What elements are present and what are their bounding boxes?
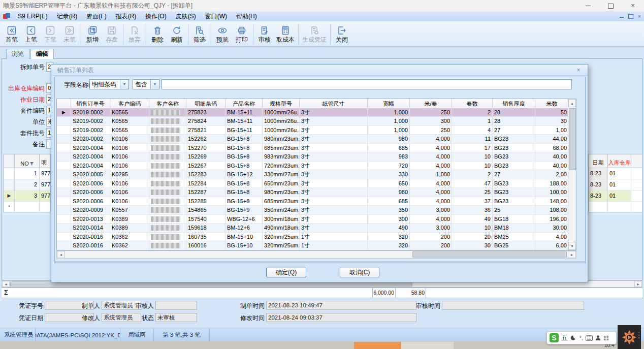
row-selector[interactable] <box>57 188 71 197</box>
filter-field-select[interactable]: 明细条码 ▼ <box>89 79 129 89</box>
mdi-minimize-button[interactable] <box>620 17 624 18</box>
ime-mode[interactable]: 五 <box>561 333 568 342</box>
mdi-close-button[interactable]: × <box>638 13 641 19</box>
menu-item-6[interactable]: 窗口(W) <box>201 11 232 21</box>
column-header-1[interactable]: 客户编码 <box>110 99 149 109</box>
table-row[interactable]: S2020-0006K0106152287BG-15+8980mm/23um..… <box>57 188 576 197</box>
menu-item-7[interactable]: 帮助(H) <box>232 11 262 21</box>
row-selector[interactable] <box>57 224 71 233</box>
table-row[interactable]: S2020-0004K0106152270BG-15+8685mm/23um..… <box>57 144 576 153</box>
column-header-7[interactable]: 宽幅 <box>368 99 410 109</box>
tray-app[interactable] <box>618 325 641 349</box>
row-selector[interactable] <box>57 179 71 188</box>
row-selector[interactable] <box>57 215 71 224</box>
toolbar-button-refresh[interactable]: 刷新 <box>167 24 186 43</box>
toolbar-button-audit[interactable]: 审核 <box>255 24 274 43</box>
mdi-restore-button[interactable] <box>628 14 633 19</box>
menu-item-1[interactable]: 记录(R) <box>52 11 82 21</box>
minimize-button[interactable] <box>577 0 599 11</box>
column-header-8[interactable]: 米/卷 <box>410 99 452 109</box>
dialog-horizontal-scrollbar[interactable]: ◄ ► <box>56 250 576 259</box>
table-row[interactable]: S2019-0002K0565275821BG-15+111000mm/26u.… <box>57 126 576 135</box>
column-header-6[interactable]: 纸管尺寸 <box>300 99 368 109</box>
row-selector[interactable] <box>4 179 15 191</box>
toolbar-button-print[interactable]: 打印 <box>232 24 251 43</box>
table-row[interactable]: S2020-0006K0106152285BG-15+8685mm/23um..… <box>57 197 576 206</box>
sales-order-grid[interactable]: 销售订单号客户编码客户名称明细条码产品名称规格型号纸管尺寸宽幅米/卷卷数销售厚度… <box>56 99 576 250</box>
cancel-button[interactable]: 取消(C) <box>340 268 379 277</box>
filter-operator-select[interactable]: 包含 ▼ <box>133 79 159 89</box>
menu-item-0[interactable]: S9 ERP(E) <box>13 11 52 21</box>
footer-field[interactable]: 未审核 <box>155 313 197 322</box>
toolbar-button-add[interactable]: 新增 <box>83 24 102 43</box>
scrollbar-thumb[interactable] <box>412 251 567 258</box>
row-selector[interactable] <box>57 206 71 215</box>
tab-browse[interactable]: 浏览 <box>6 49 29 59</box>
punctuation-toggle[interactable]: °, <box>579 335 583 341</box>
scroll-up-icon[interactable]: ▲ <box>568 99 576 107</box>
close-button[interactable]: × <box>622 0 644 11</box>
moon-icon[interactable] <box>570 335 577 341</box>
scrollbar-thumb[interactable] <box>569 108 576 170</box>
row-selector[interactable] <box>57 197 71 206</box>
scroll-right-icon[interactable]: ► <box>634 281 642 287</box>
table-row[interactable]: S2020-0016K0362160735BM-15+10320mm/25um.… <box>57 233 576 242</box>
row-selector[interactable]: ▶ <box>4 191 15 202</box>
toolbar-button-first-record[interactable]: 首笔 <box>2 24 21 43</box>
column-header-9[interactable]: 卷数 <box>452 99 493 109</box>
ime-toolbar[interactable]: S 五 °, <box>546 331 617 344</box>
scroll-right-icon[interactable]: ► <box>568 251 576 258</box>
column-header-2[interactable]: 客户名称 <box>149 99 186 109</box>
scroll-left-icon[interactable]: ◄ <box>2 281 10 287</box>
column-header-5[interactable]: 规格型号 <box>263 99 300 109</box>
toolbar-button-close[interactable]: 关闭 <box>332 24 351 43</box>
keyboard-icon[interactable] <box>586 335 593 341</box>
scroll-down-icon[interactable]: ▼ <box>568 242 576 250</box>
row-selector[interactable] <box>57 126 71 135</box>
filter-value-input[interactable] <box>162 79 572 89</box>
toolbar-button-cost[interactable]: 取成本 <box>274 24 297 43</box>
toolbox-grid-icon[interactable] <box>603 335 609 341</box>
footer-field[interactable]: 2021-08-24 09:03:37 <box>266 313 416 322</box>
row-selector[interactable] <box>57 241 71 250</box>
row-selector[interactable] <box>57 170 71 179</box>
table-row[interactable]: S2020-0009K0557154865BG-15+9350mm/24um..… <box>57 206 576 215</box>
column-header-10[interactable]: 销售厚度 <box>493 99 535 109</box>
tab-edit[interactable]: 编辑 <box>30 49 54 59</box>
table-row[interactable]: S2019-0002K0565275824BM-15+111000mm/26u.… <box>57 117 576 126</box>
menu-item-3[interactable]: 报表(R) <box>111 11 141 21</box>
menu-item-4[interactable]: 操作(O) <box>141 11 171 21</box>
sogou-logo-icon[interactable]: S <box>550 333 559 342</box>
dialog-titlebar[interactable]: 销售订单列表 × <box>51 65 588 76</box>
table-row[interactable]: S2020-0016K0362160016BG-15+10320mm/25um.… <box>57 241 576 250</box>
table-row[interactable]: S2020-0004K0106152269BG-15+8983mm/23um..… <box>57 152 576 162</box>
row-selector[interactable]: ▶ <box>57 108 71 117</box>
row-selector[interactable] <box>57 152 71 162</box>
footer-field[interactable] <box>155 301 197 310</box>
table-row[interactable]: S2020-0014K0389159618BM-12+6490mm/18um..… <box>57 224 576 233</box>
row-selector[interactable] <box>57 162 71 171</box>
chevron-down-icon[interactable]: ▼ <box>120 80 128 89</box>
column-header-11[interactable]: 米数 <box>535 99 569 109</box>
table-row[interactable]: ▶S2019-0002K0565275823BM-15+111000mm/26u… <box>57 108 576 117</box>
ok-button[interactable]: 确定(Q) <box>266 268 306 277</box>
chevron-down-icon[interactable]: ▼ <box>150 80 159 89</box>
dialog-close-icon[interactable]: × <box>573 65 584 76</box>
menu-item-2[interactable]: 界面(F) <box>82 11 111 21</box>
column-header-0[interactable]: 销售订单号 <box>71 99 110 109</box>
user-icon[interactable] <box>595 335 601 341</box>
row-selector[interactable] <box>57 135 71 144</box>
toolbar-button-preview[interactable]: 预览 <box>213 24 232 43</box>
row-selector[interactable] <box>57 144 71 153</box>
toolbar-button-prev-record[interactable]: 上笔 <box>21 24 41 43</box>
table-row[interactable]: S2020-0002K0106152262BG-15+8980mm/23um..… <box>57 135 576 144</box>
table-row[interactable]: S2020-0005K0295152283BG-15+12330mm/27um.… <box>57 170 576 179</box>
footer-field[interactable] <box>442 301 584 310</box>
toolbar-button-filter[interactable]: 筛选 <box>190 24 209 43</box>
dialog-vertical-scrollbar[interactable]: ▲▼ <box>568 99 576 250</box>
column-header-4[interactable]: 产品名称 <box>226 99 263 109</box>
menu-item-5[interactable]: 皮肤(S) <box>171 11 201 21</box>
table-row[interactable]: S2020-0006K0106152284BG-15+8650mm/23um..… <box>57 179 576 188</box>
maximize-button[interactable] <box>599 0 622 11</box>
row-selector[interactable]: * <box>4 202 15 212</box>
